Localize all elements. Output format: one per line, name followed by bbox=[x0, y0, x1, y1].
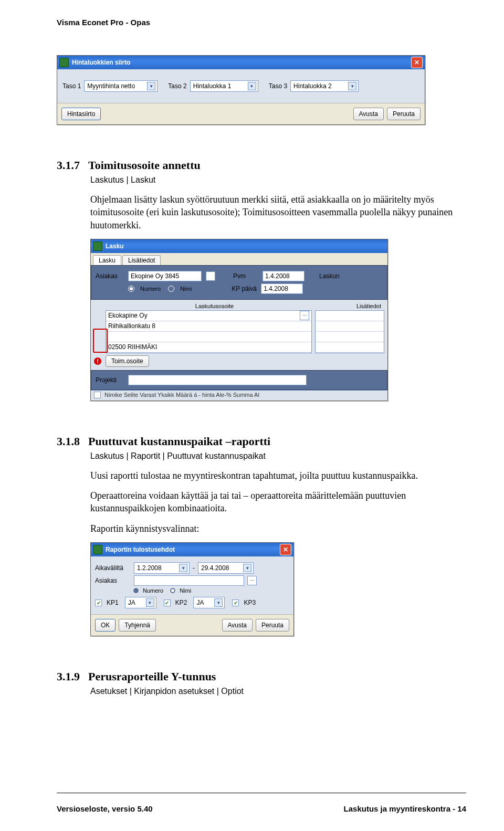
taso1-select[interactable]: Myyntihinta netto ▾ bbox=[84, 80, 158, 92]
window-title: Lasku bbox=[106, 243, 385, 250]
button-row: OK Tyhjennä Avusta Peruuta bbox=[91, 614, 293, 636]
window-titlebar: Raportin tulostusehdot ✕ bbox=[91, 543, 293, 556]
breadcrumb: Laskutus | Raportit | Puuttuvat kustannu… bbox=[90, 451, 466, 461]
window-body: Taso 1 Myyntihinta netto ▾ Taso 2 Hintal… bbox=[57, 69, 425, 103]
address-grid: Ekokapine Oy⋯ Riihikallionkatu 8 02500 R… bbox=[106, 310, 312, 353]
doc-header: Visma Econet Pro - Opas bbox=[57, 18, 466, 27]
chevron-down-icon: ▾ bbox=[179, 564, 187, 572]
section-number: 3.1.7 bbox=[57, 159, 88, 172]
radio-name[interactable] bbox=[170, 587, 176, 594]
ok-button[interactable]: OK bbox=[95, 619, 116, 632]
grid-cell: Ekokapine Oy bbox=[108, 312, 148, 319]
close-icon[interactable]: ✕ bbox=[280, 544, 291, 555]
close-icon[interactable]: ✕ bbox=[411, 57, 423, 68]
customer-input[interactable]: Ekopine Oy 3845 bbox=[128, 271, 202, 281]
taso3-select[interactable]: Hintaluokka 2 ▾ bbox=[290, 80, 359, 92]
cancel-button[interactable]: Peruuta bbox=[256, 619, 289, 632]
customer-input[interactable] bbox=[134, 575, 244, 586]
taso2-select[interactable]: Hintaluokka 1 ▾ bbox=[190, 80, 258, 92]
app-icon bbox=[59, 58, 69, 67]
chevron-down-icon: ▾ bbox=[147, 82, 155, 90]
screenshot-invoice: Lasku Lasku Lisätiedot Asiakas Ekopine O… bbox=[90, 239, 388, 401]
date-input[interactable]: 1.4.2008 bbox=[262, 271, 304, 281]
op2-value: JA bbox=[196, 599, 204, 606]
chevron-down-icon: ▾ bbox=[214, 598, 223, 607]
lookup-button[interactable]: ⋯ bbox=[206, 271, 215, 281]
breadcrumb: Laskutus | Laskut bbox=[90, 175, 466, 185]
customer-label: Asiakas bbox=[95, 577, 131, 584]
section-title: Perusraporteille Y-tunnus bbox=[88, 670, 216, 683]
chevron-down-icon: ▾ bbox=[243, 564, 251, 572]
kp2-checkbox[interactable]: ✔ bbox=[164, 599, 171, 606]
page-footer: Versioseloste, versio 5.40 Laskutus ja m… bbox=[0, 804, 504, 813]
highlight-box bbox=[93, 329, 108, 353]
grid-row: 02500 RIIHIMÄKI bbox=[106, 342, 311, 353]
project-panel: Projekti bbox=[91, 370, 387, 390]
window-body: Aikaväliltä 1.2.2008 ▾ - 29.4.2008 ▾ Asi… bbox=[91, 556, 293, 614]
do-transfer-button[interactable]: Hintasiirto bbox=[61, 108, 101, 120]
breadcrumb: Asetukset | Kirjanpidon asetukset | Opti… bbox=[90, 687, 466, 696]
section-318-heading: 3.1.8Puuttuvat kustannuspaikat –raportti bbox=[57, 435, 466, 448]
footer-rule bbox=[57, 793, 466, 793]
tab-strip: Lasku Lisätiedot bbox=[91, 253, 387, 265]
window-titlebar: Hintaluokkien siirto ✕ bbox=[57, 56, 425, 69]
taso3-value: Hintaluokka 2 bbox=[293, 82, 332, 90]
paragraph: Uusi raportti tulostaa ne myyntireskontr… bbox=[90, 469, 466, 482]
grid-row bbox=[316, 332, 384, 342]
section-number: 3.1.8 bbox=[57, 435, 88, 448]
kp1-checkbox[interactable]: ✔ bbox=[95, 599, 102, 606]
grid-row bbox=[316, 321, 384, 332]
date-from-select[interactable]: 1.2.2008 ▾ bbox=[134, 562, 190, 574]
section-title: Toimitusosoite annettu bbox=[88, 159, 201, 172]
op1-select[interactable]: JA ▾ bbox=[125, 597, 156, 608]
radio-name[interactable] bbox=[168, 286, 174, 292]
col-invoice-addr: Laskutusosoite bbox=[106, 303, 323, 309]
help-button[interactable]: Avusta bbox=[222, 619, 253, 632]
col-extra: Lisätiedot bbox=[323, 303, 381, 309]
date-to-value: 29.4.2008 bbox=[201, 564, 229, 572]
app-icon bbox=[93, 545, 102, 554]
grid-cell: Riihikallionkatu 8 bbox=[108, 322, 155, 330]
chevron-down-icon: ▾ bbox=[248, 82, 256, 90]
date-to-select[interactable]: 29.4.2008 ▾ bbox=[198, 562, 254, 574]
taso2-value: Hintaluokka 1 bbox=[193, 82, 232, 90]
kp-date-input[interactable]: 1.4.2008 bbox=[261, 283, 303, 294]
grid-row bbox=[316, 342, 384, 353]
window-title: Hintaluokkien siirto bbox=[72, 59, 411, 66]
customer-panel: Asiakas Ekopine Oy 3845 ⋯ Pvm 1.4.2008 L… bbox=[91, 265, 387, 300]
lookup-button[interactable]: ⋯ bbox=[300, 311, 309, 320]
daterange-label: Aikaväliltä bbox=[95, 564, 131, 572]
taso1-value: Myyntihinta netto bbox=[87, 82, 135, 90]
lookup-button[interactable]: ⋯ bbox=[247, 576, 257, 585]
delivery-address-button[interactable]: Toim.osoite bbox=[106, 355, 149, 367]
project-input[interactable] bbox=[128, 375, 307, 385]
radio-number[interactable] bbox=[133, 587, 139, 594]
button-row: Hintasiirto Avusta Peruuta bbox=[57, 103, 425, 124]
screenshot-report-options: Raportin tulostusehdot ✕ Aikaväliltä 1.2… bbox=[90, 542, 294, 636]
row-checkbox[interactable] bbox=[94, 392, 101, 398]
tab-invoice[interactable]: Lasku bbox=[93, 255, 121, 265]
kp1-label: KP1 bbox=[107, 599, 119, 606]
invoice-no-label: Laskun bbox=[319, 272, 340, 280]
chevron-down-icon: ▾ bbox=[348, 82, 356, 90]
op2-select[interactable]: JA ▾ bbox=[193, 597, 225, 608]
customer-label: Asiakas bbox=[96, 272, 124, 280]
chevron-down-icon: ▾ bbox=[146, 598, 154, 607]
date-label: Pvm bbox=[233, 272, 258, 280]
kp3-checkbox[interactable]: ✔ bbox=[232, 599, 239, 606]
radio-number[interactable] bbox=[128, 286, 134, 292]
window-titlebar: Lasku bbox=[91, 239, 387, 253]
section-title: Puuttuvat kustannuspaikat –raportti bbox=[88, 435, 270, 448]
radio-name-label: Nimi bbox=[180, 286, 192, 292]
grid-row bbox=[316, 311, 384, 321]
grid-row: Riihikallionkatu 8 bbox=[106, 321, 311, 332]
help-button[interactable]: Avusta bbox=[353, 108, 384, 120]
tab-extra[interactable]: Lisätiedot bbox=[122, 255, 161, 265]
cancel-button[interactable]: Peruuta bbox=[387, 108, 421, 120]
kp3-label: KP3 bbox=[244, 599, 256, 606]
footer-right: Laskutus ja myyntireskontra - 14 bbox=[344, 804, 466, 813]
screenshot-price-classes: Hintaluokkien siirto ✕ Taso 1 Myyntihint… bbox=[57, 55, 425, 125]
alert-icon: ! bbox=[94, 357, 101, 365]
clear-button[interactable]: Tyhjennä bbox=[119, 619, 156, 632]
app-icon bbox=[93, 241, 102, 251]
